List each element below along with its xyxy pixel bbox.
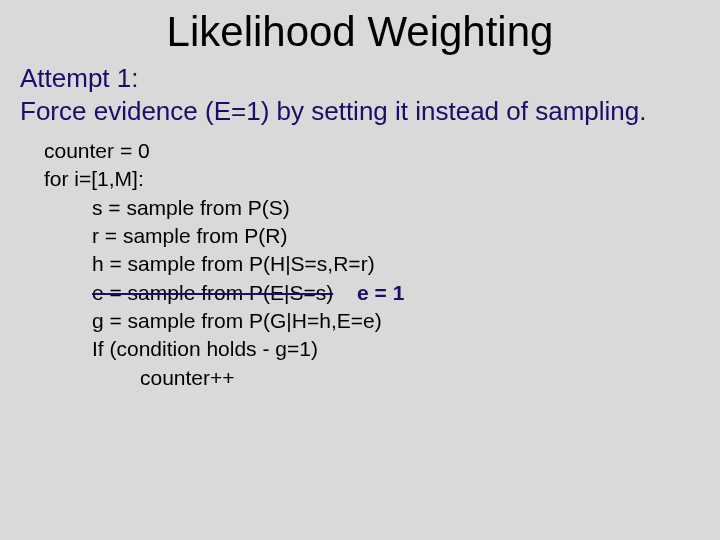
subtitle-line-2: Force evidence (E=1) by setting it inste…: [20, 95, 720, 128]
code-line: s = sample from P(S): [44, 194, 720, 222]
slide-title: Likelihood Weighting: [0, 8, 720, 56]
subtitle-line-1: Attempt 1:: [20, 62, 720, 95]
code-line: for i=[1,M]:: [44, 165, 720, 193]
code-line: If (condition holds - g=1): [44, 335, 720, 363]
code-line: r = sample from P(R): [44, 222, 720, 250]
code-line: counter = 0: [44, 137, 720, 165]
code-line: counter++: [44, 364, 720, 392]
slide: Likelihood Weighting Attempt 1: Force ev…: [0, 8, 720, 540]
code-line: h = sample from P(H|S=s,R=r): [44, 250, 720, 278]
pseudocode-block: counter = 0 for i=[1,M]: s = sample from…: [44, 137, 720, 392]
slide-subtitle: Attempt 1: Force evidence (E=1) by setti…: [20, 62, 720, 127]
replacement-text: e = 1: [357, 281, 404, 304]
struck-text: e = sample from P(E|S=s): [92, 281, 333, 304]
code-line-struck: e = sample from P(E|S=s) e = 1: [44, 279, 720, 307]
code-line: g = sample from P(G|H=h,E=e): [44, 307, 720, 335]
